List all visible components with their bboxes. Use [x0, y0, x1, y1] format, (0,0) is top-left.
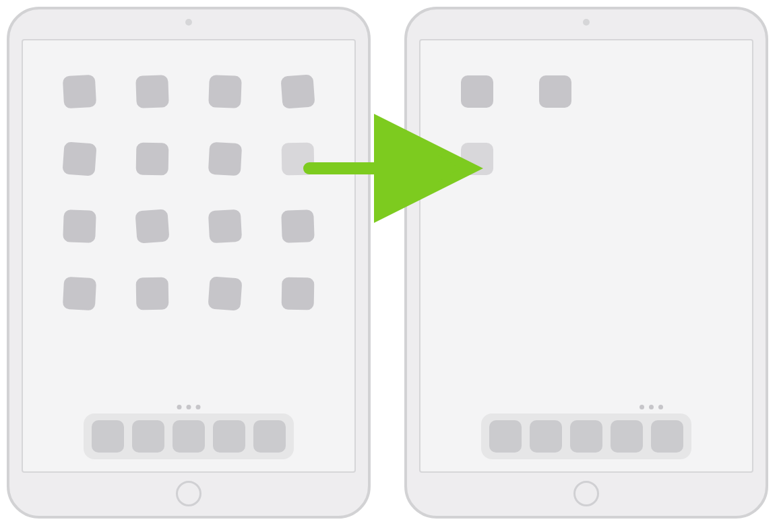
app-row: [63, 75, 314, 108]
app-icon[interactable]: [539, 75, 571, 108]
page-dot-icon: [640, 405, 644, 409]
page-dot-icon: [658, 405, 663, 409]
dock-app-icon[interactable]: [570, 420, 602, 453]
home-screen-grid: [63, 75, 314, 310]
app-icon[interactable]: [208, 75, 242, 108]
dock-app-icon[interactable]: [651, 420, 683, 453]
app-icon[interactable]: [208, 142, 242, 176]
app-icon[interactable]: [136, 277, 169, 310]
dock-app-icon[interactable]: [530, 420, 562, 453]
dock-app-icon[interactable]: [173, 420, 205, 453]
app-row: [63, 277, 314, 310]
app-icon[interactable]: [63, 277, 96, 310]
app-icon[interactable]: [282, 277, 315, 310]
app-row: [461, 143, 712, 175]
app-icon[interactable]: [281, 209, 315, 243]
page-dot-icon: [187, 405, 191, 409]
app-row: [63, 143, 314, 175]
app-row: [461, 75, 712, 108]
home-button[interactable]: [176, 481, 201, 506]
diagram-stage: [0, 0, 779, 532]
app-icon-being-dragged[interactable]: [282, 143, 315, 176]
home-screen-grid: [461, 75, 712, 175]
page-dot-icon: [649, 405, 654, 409]
app-icon[interactable]: [63, 209, 96, 243]
app-row: [63, 210, 314, 242]
ipad-right: [404, 7, 768, 519]
dock: [84, 413, 294, 459]
app-icon[interactable]: [63, 75, 96, 108]
ipad-left-screen: [22, 39, 356, 473]
ipad-right-screen: [419, 39, 753, 473]
app-icon[interactable]: [461, 75, 493, 108]
page-indicator: [177, 405, 201, 409]
app-icon[interactable]: [136, 143, 169, 176]
home-button[interactable]: [573, 481, 599, 506]
front-camera-icon: [583, 19, 590, 26]
page-dot-icon: [196, 405, 201, 409]
page-dot-icon: [177, 405, 182, 409]
app-icon[interactable]: [135, 75, 169, 108]
front-camera-icon: [185, 19, 192, 26]
dock-app-icon[interactable]: [489, 420, 522, 453]
page-indicator: [640, 405, 663, 409]
app-icon[interactable]: [208, 209, 242, 243]
app-icon[interactable]: [208, 276, 242, 310]
app-icon-drop-target[interactable]: [461, 143, 493, 175]
app-icon[interactable]: [135, 209, 169, 243]
dock-app-icon[interactable]: [253, 420, 286, 453]
app-icon[interactable]: [62, 141, 96, 176]
ipad-left: [7, 7, 371, 519]
dock-app-icon[interactable]: [92, 420, 124, 453]
dock: [481, 413, 691, 459]
dock-app-icon[interactable]: [132, 420, 164, 453]
dock-app-icon[interactable]: [611, 420, 643, 453]
app-icon[interactable]: [280, 74, 315, 108]
dock-app-icon[interactable]: [213, 420, 245, 453]
